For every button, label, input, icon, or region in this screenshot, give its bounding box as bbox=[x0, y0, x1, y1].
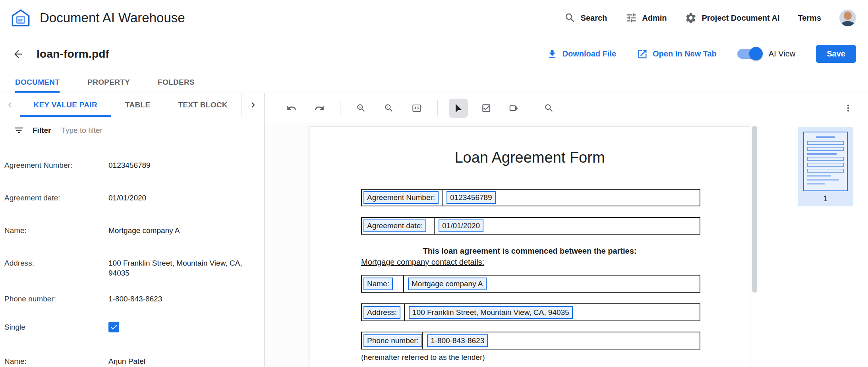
kv-value: 1-800-843-8623 bbox=[108, 294, 162, 304]
subtabs-scroll-left-button[interactable] bbox=[0, 93, 20, 117]
annotation-label-chip[interactable]: Agreement date: bbox=[363, 219, 426, 232]
terms-label: Terms bbox=[798, 14, 821, 23]
document-viewer: Loan Agreement Form Agreement Number: 01… bbox=[265, 93, 868, 367]
tab-folders[interactable]: FOLDERS bbox=[158, 72, 195, 93]
loan-form-title: Loan Agreement Form bbox=[309, 149, 750, 166]
kv-row-agreement-number[interactable]: Agreement Number: 0123456789 bbox=[4, 160, 256, 170]
redo-icon bbox=[314, 103, 325, 113]
annotation-value-chip[interactable]: 0123456789 bbox=[447, 191, 496, 204]
subtab-key-value-pair[interactable]: KEY VALUE PAIR bbox=[20, 93, 111, 117]
form-row-name: Name: Mortgage company A bbox=[361, 275, 700, 293]
kv-label: Name: bbox=[4, 356, 108, 366]
ai-view-toggle[interactable] bbox=[737, 49, 762, 59]
extraction-subtabs: KEY VALUE PAIR TABLE TEXT BLOCK bbox=[0, 93, 264, 117]
admin-label: Admin bbox=[642, 14, 667, 23]
filter-input[interactable] bbox=[61, 126, 256, 135]
redo-button[interactable] bbox=[310, 99, 329, 118]
header-nav: Search Admin Project Document AI Terms bbox=[564, 10, 856, 26]
form-value-cell: 100 Franklin Street, Mountain View, CA, … bbox=[405, 304, 700, 320]
annotation-label-chip[interactable]: Agreement Number: bbox=[363, 191, 439, 204]
search-in-document-button[interactable] bbox=[539, 99, 559, 118]
more-vert-icon bbox=[843, 103, 853, 113]
page-number: 1 bbox=[798, 191, 853, 206]
subtab-text-block[interactable]: TEXT BLOCK bbox=[164, 93, 241, 117]
add-box-icon bbox=[509, 103, 519, 113]
more-options-button[interactable] bbox=[839, 99, 858, 118]
zoom-in-button[interactable] bbox=[379, 99, 398, 118]
save-button[interactable]: Save bbox=[816, 45, 856, 63]
page-thumbnail-panel: 1 bbox=[758, 123, 868, 367]
select-annotation-tool-button[interactable] bbox=[477, 99, 496, 118]
kv-row-address[interactable]: Address: 100 Franklin Street, Mountain V… bbox=[4, 258, 256, 278]
view-code-button[interactable] bbox=[407, 99, 426, 118]
filter-label: Filter bbox=[33, 126, 51, 135]
form-label-cell: Name: bbox=[362, 276, 404, 292]
form-value-cell: 1-800-843-8623 bbox=[423, 332, 700, 349]
single-checkbox[interactable] bbox=[108, 322, 119, 332]
download-icon bbox=[547, 49, 558, 60]
viewer-scrollbar-track[interactable] bbox=[750, 123, 758, 367]
search-menu-item[interactable]: Search bbox=[564, 12, 607, 24]
kv-label: Address: bbox=[4, 258, 108, 278]
kv-value: 01/01/2020 bbox=[108, 193, 146, 203]
form-value-cell: 01/01/2020 bbox=[435, 218, 700, 234]
add-annotation-tool-button[interactable] bbox=[505, 99, 524, 118]
form-row-phone-number: Phone number: 1-800-843-8623 bbox=[361, 332, 700, 350]
app-header: Document AI Warehouse Search Admin Proje… bbox=[0, 0, 868, 36]
page-thumbnail-selected[interactable]: 1 bbox=[798, 127, 853, 206]
kv-row-name[interactable]: Name: Mortgage company A bbox=[4, 225, 256, 235]
contact-details-heading: Mortgage company contact details: bbox=[309, 258, 750, 267]
kv-row-name-2[interactable]: Name: Arjun Patel bbox=[4, 356, 256, 366]
kv-value: Arjun Patel bbox=[108, 356, 145, 366]
back-button[interactable] bbox=[9, 45, 28, 64]
annotation-value-chip[interactable]: 100 Franklin Street, Mountain View, CA, … bbox=[409, 306, 573, 319]
form-label-cell: Phone number: bbox=[362, 332, 423, 349]
kv-label: Agreement date: bbox=[4, 193, 108, 203]
form-value-cell: 0123456789 bbox=[443, 190, 700, 206]
viewer-scrollbar-thumb[interactable] bbox=[752, 126, 757, 293]
tab-document[interactable]: DOCUMENT bbox=[15, 72, 60, 93]
terms-link[interactable]: Terms bbox=[798, 14, 821, 23]
project-label: Project Document AI bbox=[702, 14, 779, 23]
project-menu-item[interactable]: Project Document AI bbox=[685, 12, 779, 24]
tab-property[interactable]: PROPERTY bbox=[87, 72, 130, 93]
search-label: Search bbox=[581, 14, 607, 23]
admin-menu-item[interactable]: Admin bbox=[625, 12, 667, 24]
download-file-button[interactable]: Download File bbox=[547, 49, 617, 60]
form-row-address: Address: 100 Franklin Street, Mountain V… bbox=[361, 303, 700, 321]
kv-value: Mortgage company A bbox=[108, 225, 180, 235]
annotation-label-chip[interactable]: Name: bbox=[363, 278, 393, 290]
subtabs-scroll-right-button[interactable] bbox=[242, 93, 264, 117]
search-icon bbox=[564, 12, 576, 24]
document-page-area: Loan Agreement Form Agreement Number: 01… bbox=[265, 123, 750, 367]
open-in-new-tab-button[interactable]: Open In New Tab bbox=[637, 49, 717, 60]
kv-row-agreement-date[interactable]: Agreement date: 01/01/2020 bbox=[4, 193, 256, 203]
form-label-cell: Agreement date: bbox=[362, 218, 435, 234]
checkbox-select-icon bbox=[481, 103, 491, 113]
zoom-in-icon bbox=[384, 103, 394, 113]
toolbar-divider bbox=[340, 100, 340, 117]
app-root: Document AI Warehouse Search Admin Proje… bbox=[0, 0, 868, 367]
annotation-value-chip[interactable]: 1-800-843-8623 bbox=[427, 334, 488, 347]
filter-bar: Filter bbox=[0, 117, 264, 143]
kv-label: Name: bbox=[4, 225, 108, 235]
key-value-list: Agreement Number: 0123456789 Agreement d… bbox=[0, 143, 264, 367]
kv-row-single: Single bbox=[4, 322, 256, 332]
zoom-out-button[interactable] bbox=[352, 99, 371, 118]
subtab-table[interactable]: TABLE bbox=[111, 93, 164, 117]
undo-button[interactable] bbox=[282, 99, 301, 118]
form-row-agreement-number: Agreement Number: 0123456789 bbox=[361, 189, 700, 206]
select-tool-button[interactable] bbox=[449, 99, 468, 118]
kv-label: Single bbox=[4, 322, 108, 332]
warehouse-logo-icon bbox=[10, 8, 31, 28]
kv-row-phone-number[interactable]: Phone number: 1-800-843-8623 bbox=[4, 294, 256, 304]
avatar[interactable] bbox=[839, 10, 856, 26]
check-icon bbox=[110, 323, 118, 331]
annotation-label-chip[interactable]: Phone number: bbox=[363, 334, 422, 347]
annotation-value-chip[interactable]: 01/01/2020 bbox=[439, 219, 483, 232]
kv-label: Agreement Number: bbox=[4, 160, 108, 170]
annotation-label-chip[interactable]: Address: bbox=[363, 306, 400, 319]
form-label-cell: Address: bbox=[362, 304, 405, 320]
ai-view-toggle-group: AI View bbox=[737, 49, 795, 59]
annotation-value-chip[interactable]: Mortgage company A bbox=[408, 278, 487, 290]
